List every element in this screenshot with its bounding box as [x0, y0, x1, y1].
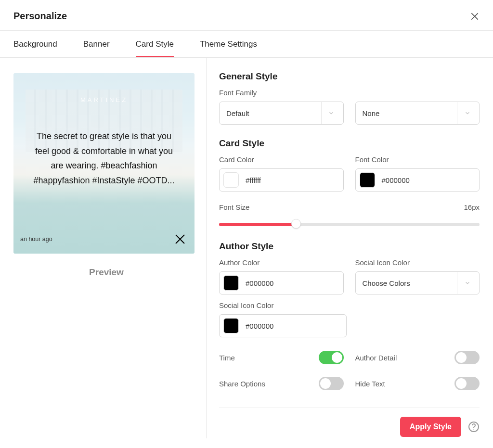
label-toggle-share-options: Share Options: [219, 380, 265, 388]
chevron-down-icon: [464, 110, 471, 116]
tab-theme-settings[interactable]: Theme Settings: [200, 31, 257, 57]
value-font-size: 16px: [464, 203, 480, 211]
preview-card: MARTINEZ The secret to great style is th…: [13, 73, 195, 254]
tab-banner[interactable]: Banner: [83, 31, 110, 57]
input-author-color[interactable]: #000000: [219, 271, 344, 294]
toggle-hide-text[interactable]: [454, 377, 480, 390]
select-font-family-variant-value: None: [363, 109, 380, 117]
toggle-author-detail[interactable]: [454, 351, 480, 364]
label-social-icon-color: Social Icon Color: [219, 301, 347, 309]
value-author-color: #000000: [246, 279, 273, 287]
page-title: Personalize: [13, 11, 67, 22]
preview-label: Preview: [13, 267, 199, 278]
select-font-family[interactable]: Default: [219, 102, 344, 125]
select-font-family-variant[interactable]: None: [355, 102, 480, 125]
tab-card-style[interactable]: Card Style: [136, 31, 174, 57]
tabs: Background Banner Card Style Theme Setti…: [0, 31, 493, 58]
section-card-style: Card Style: [219, 138, 480, 149]
input-card-color[interactable]: #ffffff: [219, 168, 344, 192]
toggle-share-options[interactable]: [319, 377, 344, 390]
slider-font-size[interactable]: [219, 220, 480, 228]
slider-thumb[interactable]: [291, 219, 301, 229]
label-author-color: Author Color: [219, 258, 344, 267]
help-icon[interactable]: [468, 421, 480, 433]
close-icon[interactable]: [470, 12, 480, 21]
section-general-style: General Style: [219, 71, 480, 82]
toggle-time[interactable]: [319, 351, 344, 364]
label-toggle-hide-text: Hide Text: [355, 380, 385, 388]
section-author-style: Author Style: [219, 241, 480, 252]
preview-time: an hour ago: [20, 236, 52, 243]
select-social-icon-value: Choose Colors: [363, 279, 410, 287]
chevron-down-icon: [464, 280, 471, 286]
swatch-social-icon-color: [223, 318, 239, 333]
label-card-color: Card Color: [219, 155, 344, 164]
value-font-color: #000000: [382, 176, 410, 184]
input-font-color[interactable]: #000000: [355, 168, 480, 192]
label-font-color: Font Color: [355, 155, 480, 164]
swatch-font-color: [360, 172, 375, 188]
preview-text: The secret to great style is that you fe…: [13, 129, 195, 188]
svg-point-1: [473, 429, 474, 430]
label-toggle-time: Time: [219, 354, 235, 362]
value-card-color: #ffffff: [246, 176, 261, 184]
label-social-icon-select: Social Icon Color: [355, 258, 480, 267]
select-social-icon-color[interactable]: Choose Colors: [355, 271, 480, 294]
apply-style-button[interactable]: Apply Style: [400, 417, 461, 437]
chevron-down-icon: [328, 110, 335, 116]
label-font-size: Font Size: [219, 203, 249, 211]
tab-background[interactable]: Background: [13, 31, 57, 57]
swatch-author-color: [223, 275, 239, 291]
select-font-family-value: Default: [226, 109, 249, 117]
preview-banner-text: MARTINEZ: [13, 96, 195, 103]
label-toggle-author-detail: Author Detail: [355, 354, 397, 362]
x-social-icon: [174, 233, 186, 245]
label-font-family: Font Family: [219, 89, 480, 97]
value-social-icon-color: #000000: [246, 322, 273, 330]
input-social-icon-color[interactable]: #000000: [219, 314, 347, 337]
swatch-card-color: [223, 172, 239, 188]
